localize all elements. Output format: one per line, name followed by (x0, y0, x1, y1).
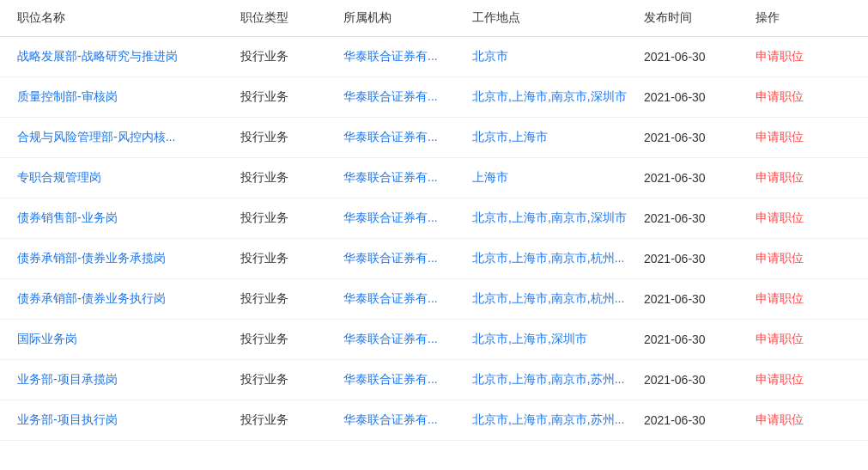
apply-link[interactable]: 申请职位 (756, 49, 804, 63)
job-action-cell: 申请职位 (756, 372, 851, 388)
apply-link[interactable]: 申请职位 (756, 130, 804, 143)
date-text: 2021-06-30 (644, 252, 706, 266)
job-title-link[interactable]: 专职合规管理岗 (17, 170, 101, 184)
header-action: 操作 (756, 10, 851, 26)
table-row: 合规与风险管理部-风控内核... 投行业务 华泰联合证券有... 北京市,上海市… (0, 118, 868, 158)
job-date-cell: 2021-06-30 (644, 333, 756, 346)
org-link[interactable]: 华泰联合证券有... (343, 412, 438, 426)
job-org-cell: 华泰联合证券有... (343, 251, 472, 266)
job-location-cell: 北京市,上海市,南京市,苏州... (472, 372, 644, 388)
table-row: 国际业务岗 投行业务 华泰联合证券有... 北京市,上海市,深圳市 2021-0… (0, 320, 868, 360)
job-date-cell: 2021-06-30 (644, 171, 756, 185)
job-title-cell: 战略发展部-战略研究与推进岗 (17, 49, 240, 64)
org-link[interactable]: 华泰联合证券有... (343, 211, 438, 224)
header-type: 职位类型 (240, 10, 343, 26)
date-text: 2021-06-30 (644, 413, 706, 427)
location-text: 上海市 (472, 170, 508, 184)
org-link[interactable]: 华泰联合证券有... (343, 291, 438, 305)
apply-link[interactable]: 申请职位 (756, 89, 804, 103)
job-title-cell: 业务部-项目执行岗 (17, 412, 240, 428)
apply-link[interactable]: 申请职位 (756, 251, 804, 265)
job-date-cell: 2021-06-30 (644, 252, 756, 266)
job-location-cell: 北京市,上海市,南京市,深圳市 (472, 89, 644, 105)
job-date-cell: 2021-06-30 (644, 373, 756, 387)
job-type-cell: 投行业务 (240, 372, 343, 388)
org-link[interactable]: 华泰联合证券有... (343, 49, 438, 63)
job-location-cell: 北京市,上海市 (472, 130, 644, 145)
job-action-cell: 申请职位 (756, 170, 851, 186)
job-title-cell: 质量控制部-审核岗 (17, 89, 240, 105)
table-header: 职位名称 职位类型 所属机构 工作地点 发布时间 操作 (0, 0, 868, 37)
org-link[interactable]: 华泰联合证券有... (343, 251, 438, 265)
job-location-cell: 北京市,上海市,南京市,苏州... (472, 412, 644, 428)
org-link[interactable]: 华泰联合证券有... (343, 89, 438, 103)
job-title-link[interactable]: 战略发展部-战略研究与推进岗 (17, 49, 178, 63)
location-text: 北京市,上海市,深圳市 (472, 332, 587, 345)
job-action-cell: 申请职位 (756, 412, 851, 428)
table-row: 专职合规管理岗 投行业务 华泰联合证券有... 上海市 2021-06-30 申… (0, 158, 868, 198)
location-text: 北京市,上海市,南京市,杭州... (472, 291, 624, 305)
job-org-cell: 华泰联合证券有... (343, 291, 472, 307)
org-link[interactable]: 华泰联合证券有... (343, 170, 438, 184)
apply-link[interactable]: 申请职位 (756, 170, 804, 184)
job-org-cell: 华泰联合证券有... (343, 89, 472, 105)
job-date-cell: 2021-06-30 (644, 292, 756, 306)
job-title-cell: 债券承销部-债券业务执行岗 (17, 291, 240, 307)
date-text: 2021-06-30 (644, 211, 706, 225)
job-title-link[interactable]: 债券销售部-业务岗 (17, 211, 118, 224)
job-org-cell: 华泰联合证券有... (343, 412, 472, 428)
job-type-cell: 投行业务 (240, 49, 343, 64)
job-title-link[interactable]: 债券承销部-债券业务承揽岗 (17, 251, 166, 265)
apply-link[interactable]: 申请职位 (756, 412, 804, 426)
date-text: 2021-06-30 (644, 131, 706, 144)
job-action-cell: 申请职位 (756, 251, 851, 266)
job-action-cell: 申请职位 (756, 211, 851, 226)
job-title-cell: 合规与风险管理部-风控内核... (17, 130, 240, 145)
table-row: 债券承销部-债券业务承揽岗 投行业务 华泰联合证券有... 北京市,上海市,南京… (0, 239, 868, 279)
org-link[interactable]: 华泰联合证券有... (343, 372, 438, 386)
job-type-cell: 投行业务 (240, 211, 343, 226)
date-text: 2021-06-30 (644, 333, 706, 346)
location-text: 北京市,上海市,南京市,杭州... (472, 251, 624, 265)
job-type-cell: 投行业务 (240, 89, 343, 105)
job-org-cell: 华泰联合证券有... (343, 372, 472, 388)
table-row: 业务部-项目执行岗 投行业务 华泰联合证券有... 北京市,上海市,南京市,苏州… (0, 400, 868, 441)
job-title-link[interactable]: 国际业务岗 (17, 332, 77, 345)
job-title-link[interactable]: 合规与风险管理部-风控内核... (17, 130, 175, 143)
job-type-cell: 投行业务 (240, 412, 343, 428)
job-org-cell: 华泰联合证券有... (343, 211, 472, 226)
apply-link[interactable]: 申请职位 (756, 332, 804, 345)
job-location-cell: 北京市,上海市,南京市,杭州... (472, 291, 644, 307)
job-date-cell: 2021-06-30 (644, 90, 756, 104)
job-table: 职位名称 职位类型 所属机构 工作地点 发布时间 操作 战略发展部-战略研究与推… (0, 0, 868, 441)
apply-link[interactable]: 申请职位 (756, 211, 804, 224)
date-text: 2021-06-30 (644, 50, 706, 64)
job-title-link[interactable]: 债券承销部-债券业务执行岗 (17, 291, 166, 305)
apply-link[interactable]: 申请职位 (756, 372, 804, 386)
job-title-link[interactable]: 业务部-项目承揽岗 (17, 372, 118, 386)
date-text: 2021-06-30 (644, 292, 706, 306)
org-link[interactable]: 华泰联合证券有... (343, 332, 438, 345)
date-text: 2021-06-30 (644, 171, 706, 185)
job-title-cell: 债券销售部-业务岗 (17, 211, 240, 226)
job-location-cell: 北京市,上海市,南京市,深圳市 (472, 211, 644, 226)
location-text: 北京市,上海市,南京市,深圳市 (472, 89, 627, 103)
job-date-cell: 2021-06-30 (644, 413, 756, 427)
job-type-cell: 投行业务 (240, 291, 343, 307)
job-org-cell: 华泰联合证券有... (343, 49, 472, 64)
job-location-cell: 北京市,上海市,深圳市 (472, 332, 644, 347)
org-link[interactable]: 华泰联合证券有... (343, 130, 438, 143)
apply-link[interactable]: 申请职位 (756, 291, 804, 305)
job-type-cell: 投行业务 (240, 130, 343, 145)
header-name: 职位名称 (17, 10, 240, 26)
job-title-link[interactable]: 业务部-项目执行岗 (17, 412, 118, 426)
table-row: 债券销售部-业务岗 投行业务 华泰联合证券有... 北京市,上海市,南京市,深圳… (0, 198, 868, 239)
location-text: 北京市,上海市,南京市,苏州... (472, 372, 624, 386)
job-org-cell: 华泰联合证券有... (343, 130, 472, 145)
job-title-link[interactable]: 质量控制部-审核岗 (17, 89, 118, 103)
job-action-cell: 申请职位 (756, 291, 851, 307)
header-location: 工作地点 (472, 10, 644, 26)
header-date: 发布时间 (644, 10, 756, 26)
job-action-cell: 申请职位 (756, 332, 851, 347)
job-date-cell: 2021-06-30 (644, 211, 756, 225)
